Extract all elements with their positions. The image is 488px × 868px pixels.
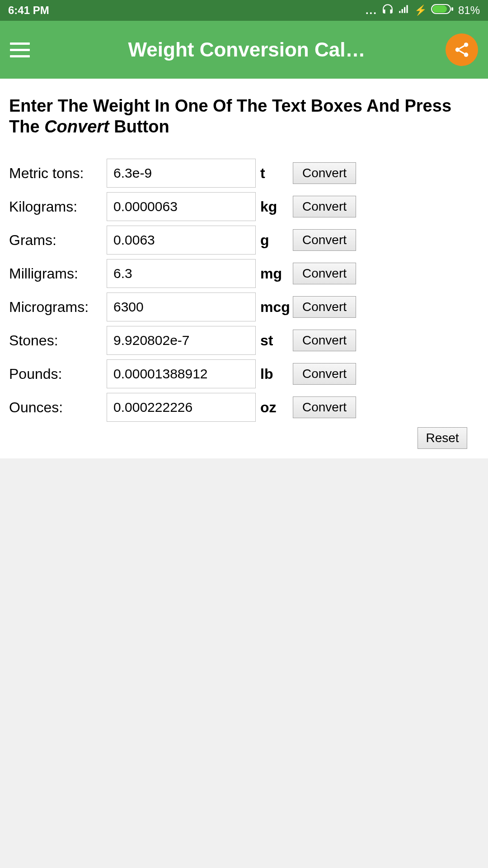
more-dots-icon: ... xyxy=(366,4,377,17)
convert-button-micrograms[interactable]: Convert xyxy=(293,296,356,318)
convert-button-stones[interactable]: Convert xyxy=(293,330,356,351)
label-metric-tons: Metric tons: xyxy=(9,165,104,182)
label-stones: Stones: xyxy=(9,332,104,349)
unit-kilograms: kg xyxy=(258,198,290,215)
headphone-icon xyxy=(382,3,394,18)
label-kilograms: Kilograms: xyxy=(9,198,104,215)
svg-rect-0 xyxy=(399,11,400,13)
convert-button-metric-tons[interactable]: Convert xyxy=(293,162,356,184)
svg-rect-2 xyxy=(404,7,405,13)
svg-rect-1 xyxy=(402,9,403,13)
convert-button-grams[interactable]: Convert xyxy=(293,229,356,251)
unit-ounces: oz xyxy=(258,399,290,416)
status-right: ... ⚡ 81% xyxy=(366,3,480,18)
menu-button[interactable] xyxy=(10,38,34,62)
unit-milligrams: mg xyxy=(258,265,290,282)
units-grid: Metric tons: t Convert Kilograms: kg Con… xyxy=(9,159,479,422)
signal-icon xyxy=(398,3,410,18)
hamburger-icon xyxy=(10,42,30,45)
convert-button-pounds[interactable]: Convert xyxy=(293,363,356,385)
flash-icon: ⚡ xyxy=(414,5,427,16)
label-ounces: Ounces: xyxy=(9,399,104,416)
share-button[interactable] xyxy=(446,33,478,66)
svg-point-7 xyxy=(464,42,469,47)
unit-grams: g xyxy=(258,232,290,249)
unit-metric-tons: t xyxy=(258,165,290,182)
svg-rect-6 xyxy=(451,7,453,11)
input-pounds[interactable] xyxy=(107,359,256,388)
label-micrograms: Micrograms: xyxy=(9,299,104,316)
app-bar: Weight Conversion Cal… xyxy=(0,21,488,79)
status-time: 6:41 PM xyxy=(8,4,49,17)
input-micrograms[interactable] xyxy=(107,292,256,321)
reset-row: Reset xyxy=(9,427,479,449)
reset-button[interactable]: Reset xyxy=(418,427,467,449)
input-ounces[interactable] xyxy=(107,393,256,422)
battery-percent: 81% xyxy=(458,4,480,17)
input-stones[interactable] xyxy=(107,326,256,355)
label-milligrams: Milligrams: xyxy=(9,265,104,282)
instruction-text: Enter The Weight In One Of The Text Boxe… xyxy=(9,96,479,137)
convert-button-milligrams[interactable]: Convert xyxy=(293,263,356,284)
unit-stones: st xyxy=(258,332,290,349)
convert-button-ounces[interactable]: Convert xyxy=(293,396,356,418)
input-metric-tons[interactable] xyxy=(107,159,256,188)
unit-pounds: lb xyxy=(258,366,290,382)
svg-rect-3 xyxy=(406,5,408,13)
status-bar: 6:41 PM ... ⚡ 81% xyxy=(0,0,488,21)
battery-icon xyxy=(431,4,454,17)
label-pounds: Pounds: xyxy=(9,366,104,382)
label-grams: Grams: xyxy=(9,232,104,249)
input-kilograms[interactable] xyxy=(107,192,256,221)
unit-micrograms: mcg xyxy=(258,299,290,316)
input-milligrams[interactable] xyxy=(107,259,256,288)
svg-point-9 xyxy=(464,52,469,57)
svg-rect-5 xyxy=(432,5,447,13)
content-area: Enter The Weight In One Of The Text Boxe… xyxy=(0,79,488,458)
svg-point-8 xyxy=(455,47,460,52)
share-icon xyxy=(453,41,470,58)
app-title: Weight Conversion Cal… xyxy=(52,38,446,61)
input-grams[interactable] xyxy=(107,226,256,255)
convert-button-kilograms[interactable]: Convert xyxy=(293,196,356,217)
